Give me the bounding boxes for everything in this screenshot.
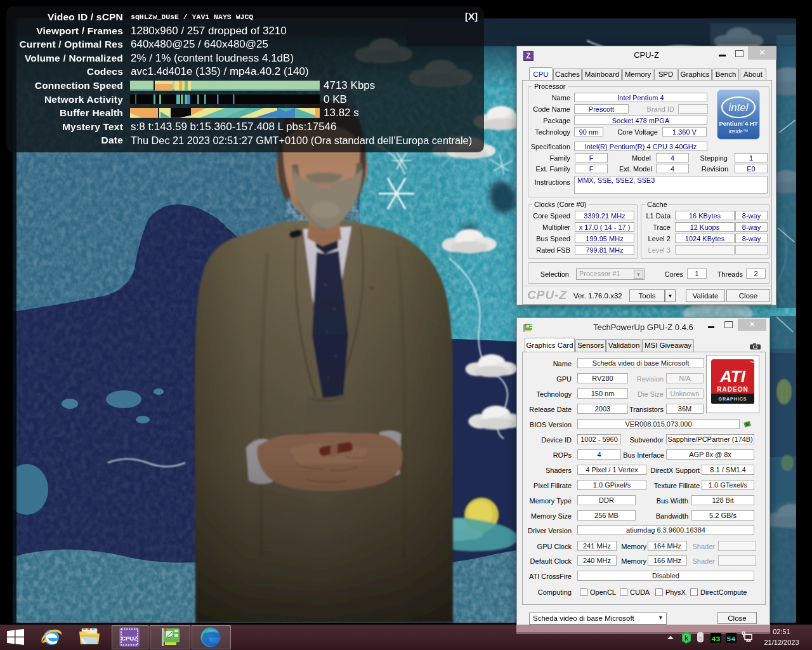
svg-text:intel: intel [728,102,749,114]
svg-text:CPUZ: CPUZ [121,635,138,642]
svg-text:k: k [684,634,689,642]
svg-text:inside™: inside™ [729,128,749,135]
svg-text:™: ™ [750,361,754,365]
svg-text:GRAPHICS: GRAPHICS [719,397,747,401]
svg-text:43: 43 [712,635,721,643]
svg-text:ATI: ATI [719,367,746,386]
svg-text:RADEON: RADEON [717,386,748,393]
svg-text:54: 54 [727,635,736,643]
svg-text:Pentium´4 HT: Pentium´4 HT [719,120,757,127]
